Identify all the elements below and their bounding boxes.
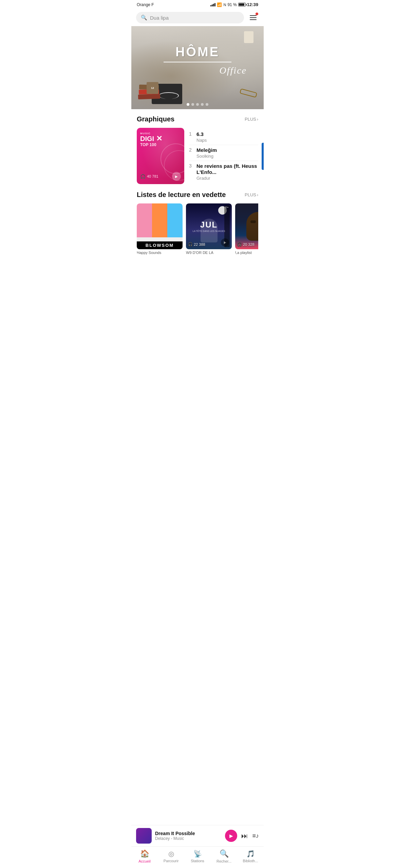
shaq-listen-count: 🎧 20 328 (237, 242, 255, 246)
track-num-2: 2 (189, 147, 194, 153)
status-bar: Orange F 📶 N 91 % 12:39 (131, 0, 264, 9)
shaq-image: 🎧 20 328 ▶ (235, 203, 258, 249)
chevron-right-icon: › (257, 117, 258, 122)
playlists-title: Listes de lecture en vedette (137, 191, 226, 199)
nfc-icon: N (223, 3, 226, 7)
jul-image: JUL LA TÊTE DANS LES NUAGES 🎧 22 388 ▶ D… (186, 203, 232, 249)
playlist-card-shaq[interactable]: 🎧 20 328 ▶ La playlist (235, 203, 258, 255)
clock: 12:39 (247, 2, 258, 7)
headphone-icon-jul: 🎧 (188, 242, 193, 246)
chart-top100: TOP 100 (140, 142, 181, 147)
charts-section: Graphiques PLUS › MUSIC DIGI ✕ TOP 100 (131, 115, 264, 184)
blowsom-label: BLOWSOM (137, 241, 183, 249)
hero-banner[interactable]: 12 HÔME Office (131, 26, 264, 109)
search-bar-container: 🔍 Dua lipa (131, 9, 264, 26)
search-input-wrap[interactable]: 🔍 Dua lipa (136, 12, 244, 23)
chart-tracks-list: 1 6.3 Naps 2 Meleğim Soolking 3 (189, 128, 258, 184)
status-indicators: 📶 N 91 % 12:39 (210, 2, 258, 7)
playlists-row: BLOWSOM Happy Sounds JUL LA TÊTE DANS LE… (137, 203, 258, 255)
track-info-1: 6.3 Naps (196, 131, 258, 143)
track-info-2: Meleğim Soolking (196, 147, 258, 159)
track-artist-1: Naps (196, 138, 258, 143)
track-name-1: 6.3 (196, 131, 258, 137)
track-num-1: 1 (189, 131, 194, 137)
playlists-more-button[interactable]: PLUS › (245, 192, 258, 197)
menu-button[interactable] (247, 12, 259, 23)
chart-track-3[interactable]: 3 Ne reviens pas (ft. Heuss L'Enfo... Gr… (189, 161, 258, 183)
hero-subtitle: Office (220, 65, 247, 76)
dot-4[interactable] (201, 103, 204, 106)
charts-title: Graphiques (137, 115, 174, 123)
battery-pct: 91 % (227, 2, 237, 7)
playlist-card-blowsom[interactable]: BLOWSOM Happy Sounds (137, 203, 183, 255)
track-num-3: 3 (189, 163, 194, 169)
track-artist-3: Gradur (196, 176, 258, 181)
charts-more-button[interactable]: PLUS › (245, 117, 258, 122)
charts-row: MUSIC DIGI ✕ TOP 100 🎧 40 781 ▶ (137, 128, 258, 184)
blowsom-sublabel: Happy Sounds (137, 251, 183, 255)
clock-decoration: 12 (147, 82, 158, 94)
jul-listen-count: 🎧 22 388 (188, 242, 205, 246)
carrier-name: Orange F (137, 2, 154, 7)
strip-blue (167, 203, 183, 237)
battery-icon (238, 3, 246, 6)
chart-bottom: 🎧 40 781 ▶ (140, 172, 181, 181)
dot-5[interactable] (206, 103, 208, 106)
playlists-header: Listes de lecture en vedette PLUS › (137, 191, 258, 199)
chart-track-2[interactable]: 2 Meleğim Soolking (189, 145, 258, 161)
jul-badge: D+ (224, 205, 230, 247)
chart-cover-card[interactable]: MUSIC DIGI ✕ TOP 100 🎧 40 781 ▶ (137, 128, 184, 184)
strip-orange (152, 203, 167, 237)
playlists-section: Listes de lecture en vedette PLUS › (131, 191, 264, 255)
track-name-2: Meleğim (196, 147, 258, 153)
signal-icon (210, 3, 215, 6)
dot-2[interactable] (191, 103, 194, 106)
hamburger-icon (250, 15, 257, 20)
chart-digi-brand: DIGI ✕ (140, 135, 162, 142)
jul-sublabel: W9 D'OR DE LA (186, 251, 232, 255)
chevron-right-icon-2: › (257, 193, 258, 197)
pencil-cup-decoration (244, 31, 253, 43)
charts-header: Graphiques PLUS › (137, 115, 258, 123)
strip-pink (137, 203, 152, 237)
search-input[interactable]: Dua lipa (150, 15, 169, 21)
wifi-icon: 📶 (217, 2, 222, 7)
track-info-3: Ne reviens pas (ft. Heuss L'Enfo... Grad… (196, 163, 258, 181)
dot-3[interactable] (196, 103, 199, 106)
blue-accent-bar (262, 143, 264, 170)
track-name-3: Ne reviens pas (ft. Heuss L'Enfo... (196, 163, 258, 175)
headphone-icon-shaq: 🎧 (237, 242, 242, 246)
search-icon: 🔍 (141, 15, 147, 21)
headphone-icon: 🎧 (140, 174, 146, 179)
color-strips (137, 203, 183, 237)
chart-track-1[interactable]: 1 6.3 Naps (189, 129, 258, 145)
hero-divider (164, 62, 231, 62)
hero-title: HÔME (175, 45, 220, 59)
chart-play-button[interactable]: ▶ (172, 172, 181, 181)
playlist-card-jul[interactable]: JUL LA TÊTE DANS LES NUAGES 🎧 22 388 ▶ D… (186, 203, 232, 255)
chart-listen-count: 🎧 40 781 (140, 174, 158, 179)
notification-dot (256, 13, 258, 15)
shaq-sublabel: La playlist (235, 251, 258, 255)
track-artist-2: Soolking (196, 154, 258, 159)
blowsom-image: BLOWSOM (137, 203, 183, 249)
dot-1[interactable] (187, 103, 189, 106)
hero-pagination-dots (187, 103, 208, 106)
books-decoration: 12 (138, 75, 165, 99)
